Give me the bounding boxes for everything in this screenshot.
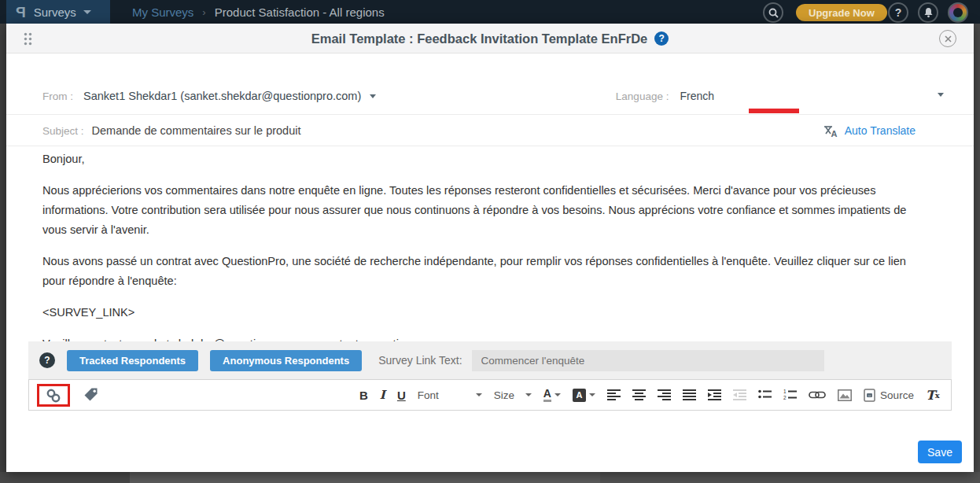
editor-toolbar: B I U Font Size A A: [28, 379, 952, 411]
close-icon: [945, 35, 952, 42]
body-paragraph: Nous apprécierions vos commentaires dans…: [42, 181, 930, 240]
align-left-icon: [607, 389, 621, 400]
anonymous-respondents-button[interactable]: Anonymous Respondents: [210, 350, 362, 371]
numbered-list-icon: 1 2: [783, 389, 797, 400]
chevron-down-icon: [83, 10, 91, 14]
survey-link-text-label: Survey Link Text:: [378, 354, 462, 367]
text-color-button[interactable]: A: [543, 388, 561, 402]
close-button[interactable]: [939, 30, 956, 47]
breadcrumb-my-surveys[interactable]: My Surveys: [132, 6, 193, 19]
increase-indent-button[interactable]: [708, 389, 721, 400]
chevron-down-icon: [476, 393, 482, 396]
svg-text:1: 1: [783, 389, 787, 394]
rewards-wheel-button[interactable]: [948, 2, 968, 23]
auto-translate-button[interactable]: A Auto Translate: [823, 120, 916, 142]
size-dropdown[interactable]: Size: [494, 389, 532, 401]
justify-button[interactable]: [683, 389, 696, 400]
numbered-list-button[interactable]: 1 2: [783, 389, 797, 400]
help-button[interactable]: ?: [888, 2, 908, 23]
background-color-letter: A: [573, 389, 586, 402]
body-paragraph: Bonjour,: [42, 149, 930, 169]
topbar: P Surveys My Surveys › Product Satisfact…: [0, 0, 980, 24]
questionpro-logo: P: [16, 5, 26, 20]
align-center-icon: [632, 389, 646, 400]
insert-survey-link-icon[interactable]: [46, 388, 61, 404]
source-label: Source: [880, 389, 914, 401]
chevron-down-icon: [589, 393, 595, 396]
overlay-right: [974, 24, 980, 483]
font-dropdown[interactable]: Font: [418, 389, 482, 401]
breadcrumb-separator: ›: [202, 6, 205, 18]
auto-translate-label: Auto Translate: [845, 124, 916, 137]
from-label: From :: [42, 90, 73, 102]
insert-image-button[interactable]: [838, 389, 852, 401]
body-paragraph-survey-link: <SURVEY_LINK>: [42, 303, 930, 323]
translate-icon: A: [823, 124, 838, 138]
merge-tag-button[interactable]: [83, 387, 99, 403]
breadcrumb: My Surveys › Product Satisfaction - All …: [132, 0, 385, 24]
source-button[interactable]: ↔ Source: [864, 389, 914, 402]
subject-row: Subject : Demande de commentaires sur le…: [42, 120, 945, 142]
underline-button[interactable]: U: [397, 389, 406, 402]
save-button[interactable]: Save: [918, 441, 962, 463]
subject-label: Subject :: [42, 125, 84, 137]
bold-button[interactable]: B: [359, 389, 368, 402]
search-button[interactable]: [763, 2, 783, 23]
chevron-down-icon: [554, 393, 561, 396]
language-chevron-down-icon[interactable]: [938, 93, 944, 97]
svg-text:A: A: [831, 129, 837, 138]
bell-icon: [923, 7, 934, 18]
svg-text:↔: ↔: [868, 393, 871, 397]
language-active-underline: [749, 109, 799, 113]
respondents-help-icon[interactable]: ?: [39, 352, 55, 368]
increase-indent-icon: [708, 389, 721, 400]
drag-handle[interactable]: [24, 32, 32, 46]
surveys-menu-label: Surveys: [34, 6, 76, 19]
overlay-bottom: [0, 472, 980, 483]
image-icon: [838, 389, 852, 401]
body-paragraph: Nous avons passé un contrat avec Questio…: [42, 252, 930, 291]
divider: [6, 114, 974, 115]
email-template-modal: Email Template : Feedback Invitation Tem…: [6, 24, 974, 472]
size-dropdown-label: Size: [494, 389, 514, 401]
source-icon: ↔: [864, 389, 875, 402]
highlight-box: [37, 384, 70, 407]
link-icon: [809, 389, 826, 400]
drag-dots-icon: [24, 32, 32, 46]
upgrade-now-button[interactable]: Upgrade Now: [796, 4, 887, 21]
subject-input[interactable]: Demande de commentaires sur le produit: [92, 124, 301, 137]
language-label: Language :: [616, 90, 669, 102]
surveys-product-menu[interactable]: P Surveys: [6, 0, 110, 24]
language-dropdown[interactable]: Language : French: [616, 85, 714, 107]
align-left-button[interactable]: [607, 389, 621, 400]
align-right-icon: [658, 389, 671, 400]
from-sender-dropdown[interactable]: Sanket1 Shekdar1 (sanket.shekdar@questio…: [83, 90, 361, 102]
tracked-respondents-button[interactable]: Tracked Respondents: [67, 350, 198, 371]
breadcrumb-current-survey: Product Satisfaction - All regions: [215, 6, 385, 19]
align-center-button[interactable]: [632, 389, 646, 400]
chevron-down-icon: [525, 393, 532, 396]
tag-icon: [83, 387, 99, 403]
bulleted-list-icon: [758, 389, 772, 400]
overlay-left: [0, 24, 6, 483]
justify-icon: [683, 389, 696, 400]
bulleted-list-button[interactable]: [758, 389, 772, 400]
background-color-button[interactable]: A: [573, 389, 595, 402]
modal-title: Email Template : Feedback Invitation Tem…: [311, 31, 648, 46]
insert-link-button[interactable]: [809, 389, 826, 400]
question-icon: ?: [895, 6, 902, 19]
italic-button[interactable]: I: [380, 388, 385, 402]
format-buttons-group: B I U Font Size A A: [359, 380, 940, 410]
language-value[interactable]: French: [680, 90, 714, 102]
title-help-icon[interactable]: ?: [654, 31, 669, 46]
respondent-options-band: ? Tracked Respondents Anonymous Responde…: [28, 341, 952, 379]
svg-text:2: 2: [783, 395, 787, 400]
align-right-button[interactable]: [658, 389, 671, 400]
divider: [6, 146, 974, 146]
remove-format-button[interactable]: A Tx: [926, 388, 940, 403]
modal-header: Email Template : Feedback Invitation Tem…: [6, 24, 974, 53]
text-color-letter: A: [543, 388, 551, 402]
notifications-button[interactable]: [918, 2, 938, 23]
chevron-down-icon[interactable]: [370, 94, 376, 98]
survey-link-text-input[interactable]: [472, 350, 824, 371]
